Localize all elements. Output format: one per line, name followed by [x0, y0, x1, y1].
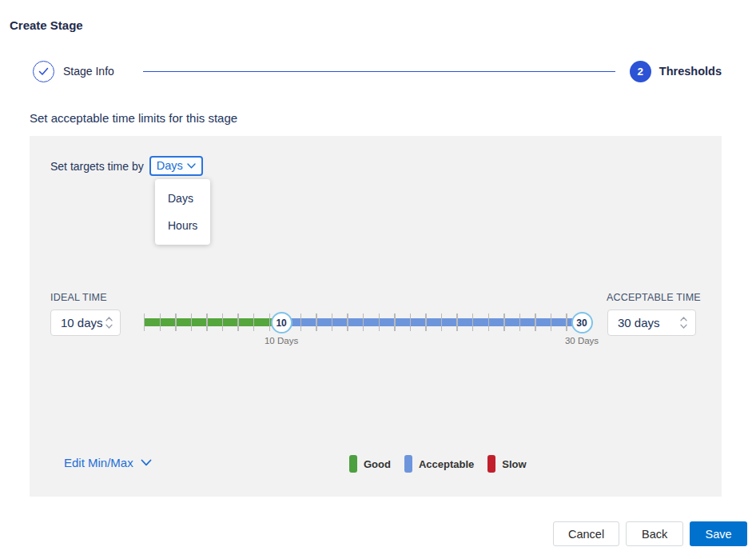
- ideal-time-label: IDEAL TIME: [50, 292, 107, 303]
- chevron-down-icon: [187, 163, 196, 169]
- stepper-connector-line: [143, 71, 615, 72]
- save-button[interactable]: Save: [690, 521, 747, 546]
- slider-min-label: 10 Days: [265, 336, 298, 345]
- legend-swatch-good: [349, 455, 357, 473]
- footer-actions: Cancel Back Save: [553, 521, 747, 546]
- edit-minmax-label: Edit Min/Max: [64, 456, 133, 469]
- legend: Good Acceptable Slow: [349, 455, 527, 473]
- step-stage-info-label: Stage Info: [63, 65, 114, 78]
- edit-minmax-link[interactable]: Edit Min/Max: [64, 456, 152, 469]
- slider-handle-max[interactable]: 30: [571, 312, 593, 333]
- time-range-slider: 10 30 10 Days 30 Days: [144, 308, 582, 346]
- targets-label: Set targets time by: [50, 160, 144, 173]
- checkmark-icon: [38, 67, 49, 76]
- ideal-time-value: 10 days: [51, 316, 103, 329]
- unit-dropdown-menu: Days Hours: [155, 179, 210, 245]
- legend-item-acceptable: Acceptable: [404, 455, 474, 473]
- cancel-button[interactable]: Cancel: [553, 521, 619, 546]
- spinner-up-icon[interactable]: [680, 317, 687, 321]
- dropdown-option-hours[interactable]: Hours: [155, 212, 210, 239]
- step-stage-info-circle[interactable]: [33, 61, 54, 82]
- ideal-time-steppers: [103, 317, 120, 329]
- unit-dropdown-trigger[interactable]: Days: [149, 156, 203, 176]
- thresholds-panel: Set targets time by Days Days Hours IDEA…: [30, 136, 722, 497]
- legend-label-slow: Slow: [502, 458, 526, 470]
- slider-ticks: [144, 313, 582, 331]
- spinner-down-icon[interactable]: [680, 324, 687, 329]
- legend-swatch-acceptable: [404, 455, 412, 473]
- step-thresholds-circle[interactable]: 2: [630, 61, 651, 82]
- acceptable-time-value: 30 days: [608, 316, 676, 329]
- ideal-time-input[interactable]: 10 days: [50, 309, 121, 336]
- spinner-down-icon[interactable]: [105, 324, 113, 329]
- acceptable-time-label: ACCEPTABLE TIME: [607, 292, 701, 303]
- acceptable-time-input[interactable]: 30 days: [607, 309, 696, 336]
- legend-label-good: Good: [364, 458, 391, 470]
- back-button[interactable]: Back: [626, 521, 683, 546]
- legend-item-slow: Slow: [487, 455, 526, 473]
- legend-label-acceptable: Acceptable: [419, 458, 474, 470]
- step-thresholds-number: 2: [638, 66, 644, 78]
- step-thresholds-label: Thresholds: [659, 65, 722, 78]
- legend-swatch-slow: [487, 455, 495, 473]
- section-heading: Set acceptable time limits for this stag…: [30, 111, 237, 125]
- slider-handle-min[interactable]: 10: [271, 312, 292, 333]
- spinner-up-icon[interactable]: [105, 317, 113, 321]
- stepper: Stage Info 2 Thresholds: [33, 60, 722, 82]
- slider-handle-min-value: 10: [276, 317, 286, 329]
- chevron-down-icon: [141, 459, 152, 466]
- slider-max-label: 30 Days: [565, 336, 599, 345]
- page-title: Create Stage: [10, 18, 83, 32]
- slider-handle-max-value: 30: [576, 317, 587, 329]
- acceptable-time-steppers: [676, 317, 695, 329]
- create-stage-dialog: Create Stage Stage Info 2 Thresholds Set…: [0, 0, 756, 559]
- unit-dropdown-value: Days: [157, 159, 183, 172]
- dropdown-option-days[interactable]: Days: [155, 185, 210, 212]
- targets-row: Set targets time by Days: [50, 156, 203, 176]
- legend-item-good: Good: [349, 455, 391, 473]
